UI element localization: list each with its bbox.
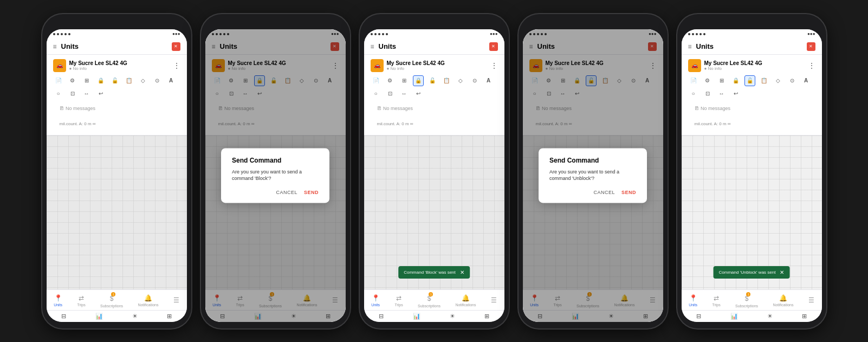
unit-name-3: My Sucre Lee SL42 4G	[387, 60, 445, 66]
toolbar-icon2-1[interactable]: 📊	[95, 313, 103, 320]
close-btn-1[interactable]: ✕	[172, 42, 180, 51]
nav-notif-5[interactable]: 🔔 Notifications	[773, 294, 793, 307]
action-o-1[interactable]: ○	[53, 88, 64, 99]
nav-units-label-1: Units	[54, 303, 62, 307]
action-a-5[interactable]: A	[801, 75, 812, 86]
action-grid-3[interactable]: ⊞	[399, 75, 410, 86]
action-circle-5[interactable]: ⊙	[787, 75, 798, 86]
action-doc-1[interactable]: 📄	[53, 75, 64, 86]
nav-trips-5[interactable]: ⇄ Trips	[712, 294, 720, 307]
toast-close-5[interactable]: ✕	[780, 269, 784, 275]
toolbar-icon2-3[interactable]: 📊	[413, 313, 420, 320]
toast-close-3[interactable]: ✕	[460, 269, 464, 275]
unit-avatar-icon-3: 🚗	[374, 62, 380, 68]
action-unlock-3[interactable]: 🔓	[427, 75, 438, 86]
nav-units-1[interactable]: 📍 Units	[54, 294, 62, 307]
phone-1-frame: ●●● ≡ Units ✕	[42, 14, 191, 328]
toast-message-5: Command 'Unblock' was sent	[719, 270, 776, 275]
unit-menu-btn-3[interactable]: ⋮	[490, 61, 498, 70]
send-button-4[interactable]: SEND	[621, 190, 636, 195]
toolbar-icon1-5[interactable]: ⊟	[696, 313, 701, 320]
close-btn-5[interactable]: ✕	[807, 42, 815, 51]
action-gear-3[interactable]: ⚙	[385, 75, 396, 86]
toolbar-icon3-3[interactable]: ☀	[450, 313, 455, 320]
toolbar-icon4-1[interactable]: ⊞	[167, 313, 172, 320]
nav-more-5[interactable]: ☰	[808, 296, 814, 304]
nav-trips-3[interactable]: ⇄ Trips	[394, 294, 403, 307]
action-lock-5[interactable]: 🔒	[730, 75, 741, 86]
dialog-title-4: Send Command	[549, 157, 636, 164]
no-messages-1: 🖹 No messages	[60, 106, 174, 111]
no-messages-5: 🖹 No messages	[695, 106, 809, 111]
action-clip-3[interactable]: 📋	[441, 75, 452, 86]
action-a-3[interactable]: A	[483, 75, 494, 86]
unit-card-1: 🚗 My Sucre Lee SL42 4G ● No info ⋮ 📄 ⚙	[47, 55, 187, 135]
action-o-3[interactable]: ○	[371, 88, 381, 99]
action-sq-3[interactable]: ⊡	[385, 88, 396, 99]
nav-subs-3[interactable]: $ 1 Subscriptions	[418, 293, 441, 308]
action-arr-1[interactable]: ↔	[81, 88, 92, 99]
nav-subs-dot-1: 1	[111, 292, 115, 296]
unit-header-1: 🚗 My Sucre Lee SL42 4G ● No info ⋮	[53, 59, 180, 72]
action-sq-5[interactable]: ⊡	[702, 88, 713, 99]
action-clip-1[interactable]: 📋	[124, 75, 134, 86]
hamburger-icon-1[interactable]: ≡	[53, 43, 57, 50]
action-diamond-1[interactable]: ◇	[138, 75, 148, 86]
action-back-1[interactable]: ↩	[95, 88, 106, 99]
nav-units-5[interactable]: 📍 Units	[689, 294, 697, 307]
nav-more-1[interactable]: ☰	[173, 296, 179, 304]
hamburger-icon-3[interactable]: ≡	[371, 43, 374, 50]
action-sq-1[interactable]: ⊡	[67, 88, 78, 99]
nav-trips-1[interactable]: ⇄ Trips	[77, 294, 85, 307]
action-lock-1[interactable]: 🔒	[95, 75, 106, 86]
phone-3: ●●● ≡ Units ✕ 🚗	[360, 14, 509, 328]
toolbar-icon4-5[interactable]: ⊞	[802, 313, 807, 320]
action-arr-5[interactable]: ↔	[716, 88, 727, 99]
close-icon-5: ✕	[809, 44, 813, 49]
action-unlock-5[interactable]: 🔓	[744, 75, 755, 86]
action-gear-1[interactable]: ⚙	[67, 75, 78, 86]
bottom-toolbar-5: ⊟ 📊 ☀ ⊞	[682, 310, 822, 322]
unit-menu-btn-1[interactable]: ⋮	[173, 61, 180, 70]
nav-notif-label-1: Notifications	[138, 303, 158, 307]
action-back-5[interactable]: ↩	[730, 88, 741, 99]
cancel-button-2[interactable]: CANCEL	[276, 190, 297, 195]
toolbar-icon3-5[interactable]: ☀	[767, 313, 773, 320]
action-unlock-1[interactable]: 🔓	[109, 75, 120, 86]
nav-subs-1[interactable]: $ 1 Subscriptions	[100, 293, 123, 308]
toolbar-icon4-3[interactable]: ⊞	[484, 313, 489, 320]
action-back-3[interactable]: ↩	[413, 88, 424, 99]
close-btn-3[interactable]: ✕	[489, 42, 498, 51]
action-gear-5[interactable]: ⚙	[702, 75, 713, 86]
nav-subs-5[interactable]: $ 1 Subscriptions	[735, 293, 758, 308]
actions-row1-5: 📄 ⚙ ⊞ 🔒 🔓 📋 ◇ ⊙ A	[688, 75, 815, 86]
action-o-5[interactable]: ○	[688, 88, 699, 99]
action-grid-1[interactable]: ⊞	[81, 75, 92, 86]
action-clip-5[interactable]: 📋	[759, 75, 769, 86]
toolbar-icon1-3[interactable]: ⊟	[379, 313, 384, 320]
action-lock-3[interactable]: 🔒	[413, 75, 424, 86]
messages-area-3: 🖹 No messages	[371, 101, 498, 115]
cancel-button-4[interactable]: CANCEL	[593, 190, 615, 195]
nav-subs-label-5: Subscriptions	[735, 304, 758, 308]
action-grid-5[interactable]: ⊞	[716, 75, 727, 86]
toolbar-icon2-5[interactable]: 📊	[730, 313, 738, 320]
hamburger-icon-5[interactable]: ≡	[688, 43, 692, 50]
unit-info-1: 🚗 My Sucre Lee SL42 4G ● No info	[53, 59, 127, 72]
action-diamond-5[interactable]: ◇	[773, 75, 783, 86]
action-circle-1[interactable]: ⊙	[152, 75, 163, 86]
toolbar-icon3-1[interactable]: ☀	[132, 313, 138, 320]
action-doc-5[interactable]: 📄	[688, 75, 699, 86]
action-a-1[interactable]: A	[166, 75, 177, 86]
nav-notif-3[interactable]: 🔔 Notifications	[455, 294, 476, 307]
nav-notif-1[interactable]: 🔔 Notifications	[138, 294, 158, 307]
action-circle-3[interactable]: ⊙	[469, 75, 480, 86]
action-doc-3[interactable]: 📄	[371, 75, 381, 86]
send-button-2[interactable]: SEND	[304, 190, 319, 195]
action-arr-3[interactable]: ↔	[399, 88, 410, 99]
unit-menu-btn-5[interactable]: ⋮	[808, 61, 815, 70]
nav-more-3[interactable]: ☰	[491, 296, 497, 304]
action-diamond-3[interactable]: ◇	[455, 75, 466, 86]
nav-units-3[interactable]: 📍 Units	[371, 294, 380, 307]
toolbar-icon1-1[interactable]: ⊟	[61, 313, 66, 320]
